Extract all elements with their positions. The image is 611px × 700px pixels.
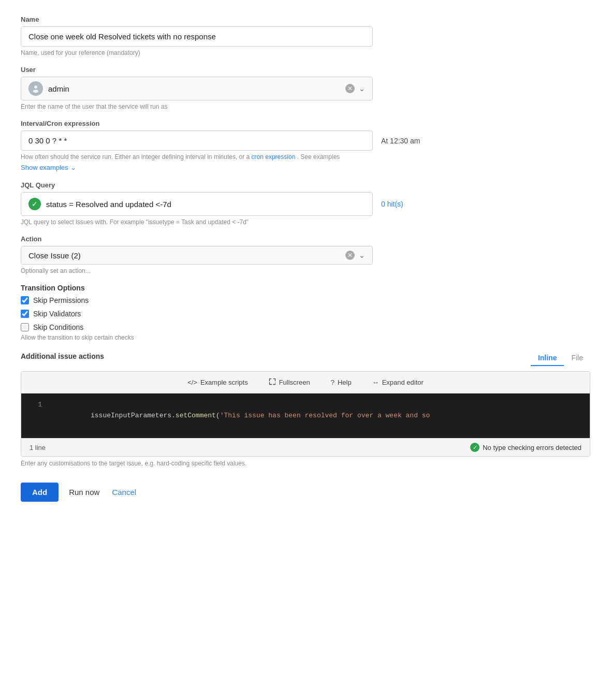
additional-actions-group: Additional issue actions Inline File </>… (21, 351, 590, 467)
editor-line-1: 1 issueInputParameters.setComment('This … (21, 400, 590, 432)
user-field-group: User admin ✕ ⌄ Enter the name of the use… (21, 66, 590, 110)
fullscreen-label: Fullscreen (279, 378, 310, 386)
expand-editor-button[interactable]: ↔ Expand editor (368, 376, 428, 388)
user-select-left: admin (28, 81, 69, 96)
show-examples-chevron: ⌄ (70, 164, 76, 171)
action-clear-icon[interactable]: ✕ (345, 251, 355, 260)
user-label: User (21, 66, 590, 74)
action-select[interactable]: Close Issue (2) ✕ ⌄ (21, 246, 373, 265)
checkbox-group: Skip Permissions Skip Validators Skip Co… (21, 296, 590, 331)
help-label: Help (338, 378, 352, 386)
code-paren-open: ( (216, 412, 220, 419)
action-buttons: Add Run now Cancel (21, 483, 590, 502)
cron-hint-suffix: . See examples (297, 153, 340, 161)
cron-hint: How often should the service run. Either… (21, 153, 590, 161)
cron-hint-prefix: How often should the service run. Either… (21, 153, 250, 161)
jql-field-group: JQL Query ✓ status = Resolved and update… (21, 181, 590, 226)
action-select-left: Close Issue (2) (28, 251, 81, 260)
cron-expression-link[interactable]: cron expression (252, 153, 296, 161)
editor-line-count: 1 line (30, 444, 46, 451)
tab-file[interactable]: File (564, 351, 590, 366)
user-value: admin (48, 84, 69, 93)
skip-validators-checkbox[interactable] (21, 310, 29, 318)
svg-point-1 (33, 90, 39, 93)
jql-hits[interactable]: 0 hit(s) (381, 200, 403, 208)
transition-label: Transition Options (21, 284, 590, 292)
cron-label: Interval/Cron expression (21, 120, 590, 127)
no-errors-icon: ✓ (470, 443, 479, 452)
code-string: 'This issue has been resolved for over a… (220, 412, 430, 419)
skip-permissions-checkbox[interactable] (21, 296, 29, 304)
cron-result: At 12:30 am (381, 137, 420, 145)
action-select-icons: ✕ ⌄ (345, 251, 365, 260)
example-scripts-icon: </> (187, 378, 197, 386)
jql-row: ✓ status = Resolved and updated <-7d 0 h… (21, 192, 590, 216)
code-method: setComment (176, 412, 216, 419)
name-input[interactable] (21, 26, 373, 47)
name-field-group: Name Name, used for your reference (mand… (21, 16, 590, 56)
show-examples-link[interactable]: Show examples ⌄ (21, 164, 76, 171)
fullscreen-icon (269, 378, 276, 387)
user-select[interactable]: admin ✕ ⌄ (21, 77, 373, 100)
editor-body[interactable]: 1 issueInputParameters.setComment('This … (21, 393, 590, 438)
help-button[interactable]: ? Help (327, 376, 356, 388)
user-chevron-icon: ⌄ (359, 84, 365, 93)
transition-hint: Allow the transition to skip certain che… (21, 334, 590, 341)
skip-validators-label: Skip Validators (33, 310, 81, 318)
user-clear-icon[interactable]: ✕ (345, 84, 355, 93)
action-label: Action (21, 235, 590, 243)
run-now-button[interactable]: Run now (67, 483, 101, 502)
example-scripts-label: Example scripts (200, 378, 248, 386)
additional-label: Additional issue actions (21, 352, 104, 360)
no-errors-status: ✓ No type checking errors detected (470, 443, 581, 452)
skip-permissions-label: Skip Permissions (33, 296, 89, 304)
expand-label: Expand editor (382, 378, 424, 386)
action-chevron-icon: ⌄ (359, 251, 365, 259)
example-scripts-button[interactable]: </> Example scripts (183, 376, 252, 388)
additional-header: Additional issue actions Inline File (21, 351, 590, 366)
line-number-1: 1 (30, 400, 42, 411)
jql-valid-icon: ✓ (28, 198, 41, 210)
help-icon: ? (331, 378, 334, 386)
transition-options-group: Transition Options Skip Permissions Skip… (21, 284, 590, 341)
code-method-name: issueInputParameters. (91, 412, 176, 419)
editor-toolbar: </> Example scripts Fullscreen ? Help ↔ … (21, 372, 590, 393)
fullscreen-button[interactable]: Fullscreen (265, 376, 314, 389)
customisation-hint: Enter any customisations to the target i… (21, 460, 590, 467)
jql-input-wrapper[interactable]: ✓ status = Resolved and updated <-7d (21, 192, 373, 216)
expand-icon: ↔ (372, 378, 379, 386)
user-hint: Enter the name of the user that the serv… (21, 103, 590, 110)
skip-validators-item[interactable]: Skip Validators (21, 310, 590, 318)
jql-hint: JQL query to select issues with. For exa… (21, 218, 590, 226)
cron-row: At 12:30 am (21, 130, 590, 151)
action-value: Close Issue (2) (28, 251, 81, 260)
skip-permissions-item[interactable]: Skip Permissions (21, 296, 590, 304)
jql-label: JQL Query (21, 181, 590, 189)
editor-footer: 1 line ✓ No type checking errors detecte… (21, 438, 590, 456)
jql-value: status = Resolved and updated <-7d (46, 200, 171, 209)
line-code-1: issueInputParameters.setComment('This is… (50, 400, 581, 432)
skip-conditions-label: Skip Conditions (33, 323, 83, 331)
editor-container: </> Example scripts Fullscreen ? Help ↔ … (21, 371, 590, 457)
action-field-group: Action Close Issue (2) ✕ ⌄ Optionally se… (21, 235, 590, 274)
skip-conditions-checkbox[interactable] (21, 323, 29, 331)
no-errors-text: No type checking errors detected (483, 444, 581, 451)
action-hint: Optionally set an action... (21, 267, 590, 274)
name-hint: Name, used for your reference (mandatory… (21, 49, 590, 56)
cron-field-group: Interval/Cron expression At 12:30 am How… (21, 120, 590, 172)
svg-point-0 (34, 85, 37, 89)
cron-input[interactable] (21, 130, 373, 151)
user-avatar-icon (28, 81, 43, 96)
tab-inline[interactable]: Inline (531, 351, 564, 366)
add-button[interactable]: Add (21, 483, 59, 502)
show-examples-label: Show examples (21, 164, 68, 171)
skip-conditions-item[interactable]: Skip Conditions (21, 323, 590, 331)
user-select-icons: ✕ ⌄ (345, 84, 365, 93)
tab-group: Inline File (531, 351, 590, 366)
cancel-button[interactable]: Cancel (110, 483, 138, 502)
name-label: Name (21, 16, 590, 23)
